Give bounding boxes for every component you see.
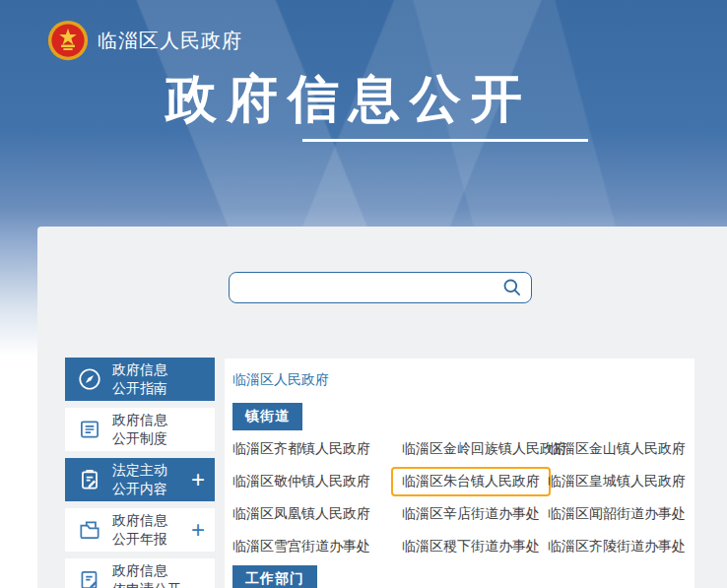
org-link[interactable]: 临淄区人民政府 bbox=[232, 371, 329, 389]
org-link-item[interactable]: 临淄区敬仲镇人民政府 bbox=[232, 465, 402, 497]
sidebar-item-label: 政府信息公开指南 bbox=[112, 360, 167, 398]
link-label: 临淄区辛店街道办事处 bbox=[402, 505, 540, 523]
sidebar: 政府信息公开指南政府信息公开制度法定主动公开内容+政府信息公开年报+政府信息依申… bbox=[65, 358, 215, 588]
sidebar-item-政府信息公开制度[interactable]: 政府信息公开制度 bbox=[65, 408, 215, 451]
sidebar-item-label: 政府信息依申请公开 bbox=[112, 561, 181, 588]
site-name: 临淄区人民政府 bbox=[98, 28, 242, 54]
highlighted-link: 临淄区朱台镇人民政府 bbox=[391, 467, 551, 496]
org-link-item[interactable]: 临淄区凤凰镇人民政府 bbox=[232, 497, 402, 530]
link-label: 临淄区凤凰镇人民政府 bbox=[232, 505, 370, 523]
sidebar-label-line2: 依申请公开 bbox=[112, 580, 181, 588]
sidebar-label-line1: 政府信息 bbox=[112, 360, 167, 379]
org-link-item[interactable]: 临淄区齐陵街道办事处 bbox=[548, 530, 694, 562]
sidebar-item-政府信息依申请公开[interactable]: 政府信息依申请公开 bbox=[65, 558, 215, 588]
link-label: 临淄区闻韶街道办事处 bbox=[548, 505, 686, 523]
clipboard-pen-icon bbox=[77, 467, 102, 492]
search-input[interactable] bbox=[230, 273, 494, 302]
expand-plus-icon[interactable]: + bbox=[187, 518, 205, 542]
page: 临淄区人民政府 政府信息公开 政府信息公开指南政府信息公开制度法定主动公开内容+… bbox=[0, 0, 727, 588]
org-link-item[interactable]: 临淄区金岭回族镇人民政府 bbox=[402, 432, 548, 465]
document-list-icon bbox=[77, 417, 102, 442]
national-emblem-icon bbox=[47, 20, 89, 61]
sidebar-label-line1: 法定主动 bbox=[112, 461, 167, 480]
link-label: 临淄区金岭回族镇人民政府 bbox=[402, 440, 567, 458]
sidebar-item-label: 政府信息公开制度 bbox=[112, 411, 167, 448]
link-label: 临淄区齐陵街道办事处 bbox=[548, 538, 686, 555]
link-label: 临淄区金山镇人民政府 bbox=[548, 440, 686, 458]
title-underline bbox=[302, 139, 588, 142]
search-button[interactable] bbox=[494, 273, 531, 302]
org-link-item[interactable]: 临淄区闻韶街道办事处 bbox=[548, 497, 694, 530]
sidebar-item-label: 法定主动公开内容 bbox=[112, 461, 167, 498]
sidebar-label-line2: 公开指南 bbox=[112, 379, 167, 398]
sidebar-label-line2: 公开年报 bbox=[112, 530, 167, 549]
main-panel: 临淄区人民政府 镇街道临淄区齐都镇人民政府临淄区金岭回族镇人民政府临淄区金山镇人… bbox=[225, 359, 694, 588]
compass-icon bbox=[77, 366, 102, 392]
sidebar-label-line1: 政府信息 bbox=[112, 411, 167, 429]
org-link-item[interactable]: 临淄区金山镇人民政府 bbox=[548, 432, 694, 465]
search-box bbox=[229, 272, 532, 303]
page-title: 政府信息公开 bbox=[165, 65, 532, 134]
sidebar-item-法定主动公开内容[interactable]: 法定主动公开内容+ bbox=[65, 458, 215, 501]
sidebar-label-line1: 政府信息 bbox=[112, 511, 167, 530]
document-pen-icon bbox=[77, 567, 102, 588]
org-link-item[interactable]: 临淄区皇城镇人民政府 bbox=[548, 465, 694, 497]
search-icon bbox=[502, 278, 522, 297]
link-label: 临淄区稷下街道办事处 bbox=[402, 538, 540, 555]
link-label: 临淄区雪宫街道办事处 bbox=[232, 538, 370, 555]
link-label: 临淄区皇城镇人民政府 bbox=[548, 473, 686, 490]
sidebar-item-政府信息公开年报[interactable]: 政府信息公开年报+ bbox=[65, 508, 215, 552]
expand-plus-icon[interactable]: + bbox=[187, 468, 205, 491]
folder-icon bbox=[77, 517, 102, 543]
links-grid: 临淄区齐都镇人民政府临淄区金岭回族镇人民政府临淄区金山镇人民政府临淄区敬仲镇人民… bbox=[232, 432, 694, 562]
org-link-item[interactable]: 临淄区辛店街道办事处 bbox=[402, 497, 548, 530]
site-brand[interactable]: 临淄区人民政府 bbox=[47, 20, 242, 61]
sidebar-label-line2: 公开内容 bbox=[112, 480, 167, 498]
org-link-item[interactable]: 临淄区齐都镇人民政府 bbox=[232, 432, 402, 465]
sidebar-item-政府信息公开指南[interactable]: 政府信息公开指南 bbox=[65, 358, 215, 401]
sections-container: 镇街道临淄区齐都镇人民政府临淄区金岭回族镇人民政府临淄区金山镇人民政府临淄区敬仲… bbox=[232, 389, 694, 588]
link-label: 临淄区齐都镇人民政府 bbox=[232, 440, 370, 458]
sidebar-label-line1: 政府信息 bbox=[112, 561, 181, 580]
section-title-badge: 镇街道 bbox=[232, 403, 302, 430]
section-title-badge: 工作部门 bbox=[232, 565, 317, 588]
sidebar-label-line2: 公开制度 bbox=[112, 429, 167, 448]
org-link-item[interactable]: 临淄区雪宫街道办事处 bbox=[232, 530, 402, 562]
link-label: 临淄区敬仲镇人民政府 bbox=[232, 473, 370, 490]
sidebar-item-label: 政府信息公开年报 bbox=[112, 511, 167, 549]
org-link-item[interactable]: 临淄区朱台镇人民政府 bbox=[402, 465, 548, 497]
org-link-item[interactable]: 临淄区稷下街道办事处 bbox=[402, 530, 548, 562]
